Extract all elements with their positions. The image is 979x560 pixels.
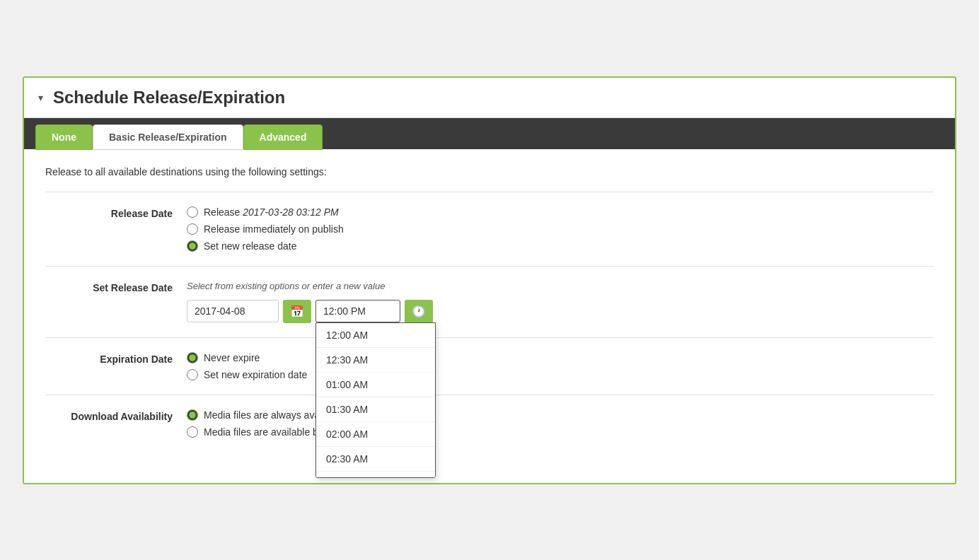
content-description: Release to all available destinations us… xyxy=(45,166,934,177)
radio-never-expire-input[interactable] xyxy=(187,352,198,363)
time-dropdown[interactable]: 12:00 AM 12:30 AM 01:00 AM 01:30 AM 02:0… xyxy=(315,322,436,478)
schedule-panel: ▾ Schedule Release/Expiration None Basic… xyxy=(23,76,956,484)
radio-set-new-release-label[interactable]: Set new release date xyxy=(204,240,297,252)
time-dropdown-container: 12:00 AM 12:30 AM 01:00 AM 01:30 AM 02:0… xyxy=(315,300,400,322)
radio-release-existing-label[interactable]: Release 2017-03-28 03:12 PM xyxy=(204,206,339,218)
set-release-date-label: Set Release Date xyxy=(45,281,173,293)
download-availability-section: Download Availability Media files are al… xyxy=(45,395,934,452)
dropdown-item-0230am[interactable]: 02:30 AM xyxy=(316,447,435,472)
expiration-date-label: Expiration Date xyxy=(45,352,173,365)
calendar-button[interactable]: 📅 xyxy=(283,300,311,323)
calendar-icon: 📅 xyxy=(290,305,304,318)
release-date-value: 2017-03-28 03:12 PM xyxy=(243,206,338,218)
tab-none[interactable]: None xyxy=(35,124,93,150)
release-date-section: Release Date Release 2017-03-28 03:12 PM… xyxy=(45,192,934,266)
page-title: Schedule Release/Expiration xyxy=(53,88,285,107)
panel-body: None Basic Release/Expiration Advanced R… xyxy=(24,118,955,483)
release-date-label: Release Date xyxy=(45,206,173,219)
panel-header: ▾ Schedule Release/Expiration xyxy=(24,78,955,118)
radio-set-expiration: Set new expiration date xyxy=(187,369,307,380)
radio-media-always-input[interactable] xyxy=(187,409,198,421)
date-input[interactable] xyxy=(187,300,279,322)
set-release-date-row: Set Release Date Select from existing op… xyxy=(45,281,934,323)
hint-text: Select from existing options or enter a … xyxy=(187,281,433,291)
date-time-row: 📅 12:00 AM 12:30 AM 01:00 AM 01:30 AM xyxy=(187,300,433,323)
radio-never-expire: Never expire xyxy=(187,352,307,363)
dropdown-item-0130am[interactable]: 01:30 AM xyxy=(316,397,435,422)
dropdown-item-0300am[interactable]: 03:00 AM xyxy=(316,472,435,478)
clock-icon: 🕐 xyxy=(412,305,426,318)
dropdown-item-0100am[interactable]: 01:00 AM xyxy=(316,373,435,397)
radio-release-immediately-label[interactable]: Release immediately on publish xyxy=(204,223,344,235)
radio-release-immediately: Release immediately on publish xyxy=(187,223,344,235)
radio-never-expire-label[interactable]: Never expire xyxy=(204,352,260,363)
dropdown-item-1200am[interactable]: 12:00 AM xyxy=(316,323,435,348)
tab-basic-release-expiration[interactable]: Basic Release/Expiration xyxy=(93,124,243,150)
radio-media-schedule-input[interactable] xyxy=(187,426,198,438)
tabs-bar: None Basic Release/Expiration Advanced xyxy=(24,118,955,149)
dropdown-item-1230am[interactable]: 12:30 AM xyxy=(316,348,435,373)
tab-content-area: Release to all available destinations us… xyxy=(24,149,955,469)
expiration-date-controls: Never expire Set new expiration date xyxy=(187,352,307,380)
radio-set-expiration-label[interactable]: Set new expiration date xyxy=(204,369,307,380)
release-date-controls: Release 2017-03-28 03:12 PM Release imme… xyxy=(187,206,344,252)
tab-advanced[interactable]: Advanced xyxy=(243,124,323,150)
radio-release-existing-input[interactable] xyxy=(187,206,198,218)
radio-set-new-release-input[interactable] xyxy=(187,240,198,252)
download-availability-label: Download Availability xyxy=(45,409,173,422)
release-date-row: Release Date Release 2017-03-28 03:12 PM… xyxy=(45,206,934,252)
expiration-date-row: Expiration Date Never expire Set new exp… xyxy=(45,352,934,380)
download-availability-row: Download Availability Media files are al… xyxy=(45,409,934,438)
collapse-arrow-icon[interactable]: ▾ xyxy=(38,92,43,103)
clock-button[interactable]: 🕐 xyxy=(405,300,433,323)
dropdown-item-0200am[interactable]: 02:00 AM xyxy=(316,422,435,447)
radio-release-existing: Release 2017-03-28 03:12 PM xyxy=(187,206,344,218)
expiration-date-section: Expiration Date Never expire Set new exp… xyxy=(45,337,934,395)
set-release-date-section: Set Release Date Select from existing op… xyxy=(45,266,934,337)
time-input[interactable] xyxy=(315,300,400,322)
set-release-date-controls: Select from existing options or enter a … xyxy=(187,281,433,323)
radio-set-expiration-input[interactable] xyxy=(187,369,198,380)
radio-set-new-release: Set new release date xyxy=(187,240,344,252)
radio-release-immediately-input[interactable] xyxy=(187,223,198,235)
